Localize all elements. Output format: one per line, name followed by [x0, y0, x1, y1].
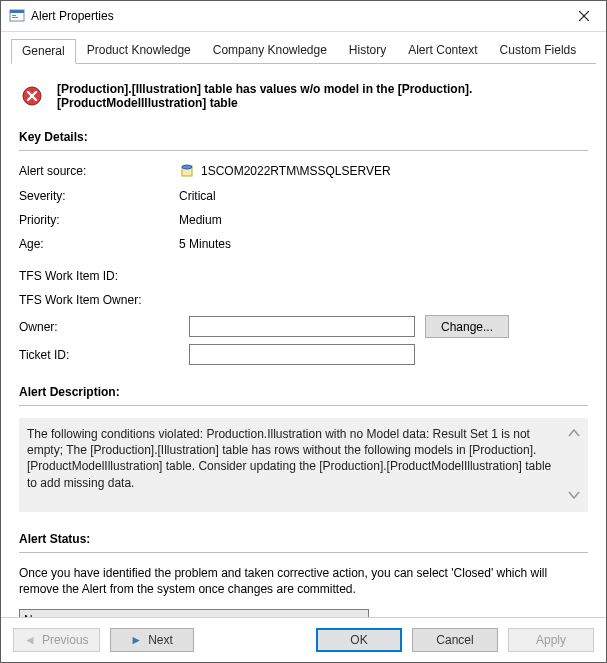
alert-status-text: Once you have identified the problem and… [19, 565, 588, 597]
alert-source-value: 1SCOM2022RTM\MSSQLSERVER [201, 164, 391, 178]
severity-label: Severity: [19, 189, 179, 203]
separator [19, 552, 588, 553]
tfs-id-label: TFS Work Item ID: [19, 269, 179, 283]
cancel-button[interactable]: Cancel [412, 628, 498, 652]
svg-rect-2 [12, 15, 16, 16]
tab-general[interactable]: General [11, 39, 76, 64]
tab-product-knowledge[interactable]: Product Knowledge [76, 38, 202, 63]
svg-rect-3 [12, 17, 18, 18]
priority-label: Priority: [19, 213, 179, 227]
footer: ◄ Previous ► Next OK Cancel Apply [1, 617, 606, 662]
chevron-down-icon [568, 488, 582, 504]
owner-row: Owner: Change... [19, 315, 588, 338]
alert-source-value-row: 1SCOM2022RTM\MSSQLSERVER [179, 163, 588, 179]
priority-value: Medium [179, 213, 588, 227]
key-details-heading: Key Details: [19, 130, 588, 144]
alert-message: [Production].[Illustration] table has va… [57, 82, 588, 110]
separator [19, 150, 588, 151]
ticket-row: Ticket ID: [19, 344, 588, 365]
ticket-input[interactable] [189, 344, 415, 365]
alert-status-heading: Alert Status: [19, 532, 588, 546]
svg-rect-1 [10, 10, 24, 13]
age-value: 5 Minutes [179, 237, 588, 251]
tfs-owner-label: TFS Work Item Owner: [19, 293, 179, 307]
tab-alert-context[interactable]: Alert Context [397, 38, 488, 63]
close-icon [579, 11, 589, 21]
error-icon [21, 85, 43, 107]
severity-value: Critical [179, 189, 588, 203]
separator [19, 405, 588, 406]
owner-input[interactable] [189, 316, 415, 337]
content-area: [Production].[Illustration] table has va… [1, 64, 606, 617]
app-icon [9, 8, 25, 24]
alert-description-text: The following conditions violated: Produ… [27, 427, 551, 490]
alert-properties-dialog: Alert Properties General Product Knowled… [0, 0, 607, 663]
chevron-up-icon [568, 426, 582, 442]
next-button[interactable]: ► Next [110, 628, 194, 652]
arrow-right-icon: ► [130, 633, 142, 647]
svg-point-10 [182, 165, 192, 169]
ok-button[interactable]: OK [316, 628, 402, 652]
previous-button[interactable]: ◄ Previous [13, 628, 100, 652]
tab-history[interactable]: History [338, 38, 397, 63]
owner-label: Owner: [19, 320, 179, 334]
age-label: Age: [19, 237, 179, 251]
alert-source-label: Alert source: [19, 164, 179, 178]
titlebar: Alert Properties [1, 1, 606, 32]
change-button[interactable]: Change... [425, 315, 509, 338]
scrollbar[interactable] [568, 426, 582, 504]
alert-description-box: The following conditions violated: Produ… [19, 418, 588, 512]
alert-description-heading: Alert Description: [19, 385, 588, 399]
tab-strip: General Product Knowledge Company Knowle… [1, 32, 606, 63]
apply-button[interactable]: Apply [508, 628, 594, 652]
status-select[interactable]: New [19, 609, 369, 617]
key-details-grid: Alert source: 1SCOM2022RTM\MSSQLSERVER S… [19, 163, 588, 251]
window-title: Alert Properties [31, 9, 562, 23]
tab-custom-fields[interactable]: Custom Fields [489, 38, 588, 63]
database-icon [179, 163, 195, 179]
close-button[interactable] [562, 2, 606, 31]
ticket-label: Ticket ID: [19, 348, 179, 362]
alert-header: [Production].[Illustration] table has va… [19, 74, 588, 124]
tab-company-knowledge[interactable]: Company Knowledge [202, 38, 338, 63]
tfs-grid: TFS Work Item ID: TFS Work Item Owner: [19, 269, 588, 307]
arrow-left-icon: ◄ [24, 633, 36, 647]
